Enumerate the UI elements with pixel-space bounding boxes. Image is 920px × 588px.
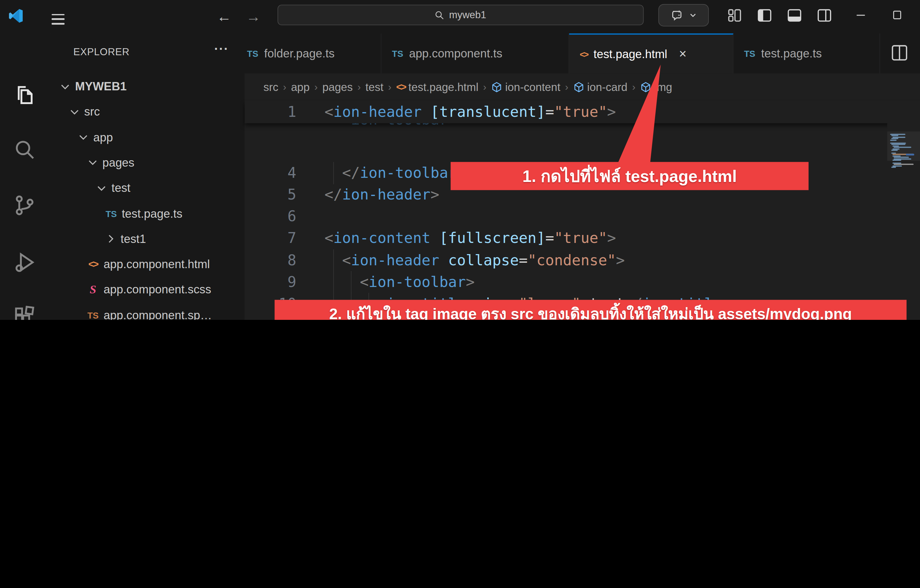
search-value: myweb1 xyxy=(449,9,486,21)
breadcrumb-separator: › xyxy=(388,81,391,93)
breadcrumb: src›app›pages›test›<>test.page.html›ion-… xyxy=(263,73,672,101)
tree-item-test1[interactable]: test1 xyxy=(50,226,245,251)
typescript-file-icon: TS xyxy=(247,49,258,58)
minimap-line xyxy=(892,148,900,149)
breadcrumb-src[interactable]: src xyxy=(263,81,279,94)
explorer-header: EXPLORER xyxy=(73,46,130,58)
chevron-down-icon xyxy=(689,11,697,19)
breadcrumb-separator: › xyxy=(283,81,286,93)
web-component-icon xyxy=(573,81,584,92)
copilot-button[interactable] xyxy=(658,4,709,26)
partially-scrolled-line: <ion-toolbar> xyxy=(245,123,920,131)
tab-folder-page-ts[interactable]: TSfolder.page.ts xyxy=(245,34,381,73)
close-icon[interactable]: × xyxy=(679,46,687,62)
minimap-line xyxy=(892,165,902,167)
minimap-line xyxy=(891,167,896,168)
minimap[interactable] xyxy=(887,101,920,320)
breadcrumb-ion-content[interactable]: ion-content xyxy=(491,81,560,94)
tree-item-test[interactable]: test xyxy=(50,176,245,201)
tab-app-component-ts[interactable]: TSapp.component.ts xyxy=(381,34,569,73)
code-editor[interactable]: 4 </ion-toolbar>5</ion-header>67<ion-con… xyxy=(245,101,920,320)
tree-item-myweb1[interactable]: MYWEB1 xyxy=(50,74,245,99)
toggle-secondary-sidebar-icon[interactable] xyxy=(816,7,833,23)
nav-forward-button[interactable]: → xyxy=(243,6,264,27)
web-component-icon xyxy=(640,81,651,92)
nav-back-button[interactable]: ← xyxy=(214,6,235,27)
sticky-scroll-line: 1<ion-header [translucent]="true"> xyxy=(245,101,920,123)
typescript-file-icon: TS xyxy=(744,49,755,58)
typescript-file-icon: TS xyxy=(392,49,403,58)
minimap-line xyxy=(894,158,911,160)
tree-item-pages[interactable]: pages xyxy=(50,150,245,175)
minimap-line xyxy=(892,145,899,146)
command-center-search[interactable]: myweb1 xyxy=(277,5,643,25)
activity-bar xyxy=(0,34,50,320)
explorer-sidebar: EXPLORER ··· MYWEB1srcapppagestestTStest… xyxy=(50,34,245,320)
vscode-window: ← → myweb1 xyxy=(0,0,920,320)
breadcrumb-pages[interactable]: pages xyxy=(322,81,353,94)
menu-icon[interactable] xyxy=(52,11,65,22)
tree-item-test-page-ts[interactable]: TStest.page.ts xyxy=(50,201,245,226)
chevron-right-icon xyxy=(104,232,117,245)
minimap-line xyxy=(892,137,905,138)
minimap-line xyxy=(892,160,902,161)
html-file-icon: <> xyxy=(580,49,588,59)
annotation-step2: 2. แก้ไขใน tag image ตรง src ของเดิมลบทิ… xyxy=(275,300,907,320)
breadcrumb-app[interactable]: app xyxy=(291,81,309,94)
minimize-icon[interactable] xyxy=(852,7,870,23)
customize-layout-icon[interactable] xyxy=(726,7,743,23)
breadcrumb-separator: › xyxy=(632,81,635,93)
code-line-8[interactable]: 8 <ion-header collapse="condense"> xyxy=(245,249,920,272)
breadcrumb-separator: › xyxy=(314,81,317,93)
tree-item-app-component-sp-[interactable]: TSapp.component.sp… xyxy=(50,303,245,320)
activity-extensions-icon[interactable] xyxy=(12,304,38,320)
minimap-line xyxy=(894,164,913,165)
tree-item-app[interactable]: app xyxy=(50,125,245,150)
chevron-down-icon xyxy=(77,131,90,144)
toggle-panel-icon[interactable] xyxy=(786,7,803,23)
html-file-icon: <> xyxy=(396,81,405,93)
vscode-logo xyxy=(8,8,24,24)
breadcrumb-separator: › xyxy=(565,81,568,93)
tab-test-page-ts[interactable]: TStest.page.ts xyxy=(734,34,880,73)
typescript-spec-file-icon: TS xyxy=(86,309,100,320)
minimap-line xyxy=(892,162,902,164)
tree-item-app-component-html[interactable]: <>app.component.html xyxy=(50,252,245,277)
code-line-6[interactable]: 6 xyxy=(245,206,920,228)
search-icon xyxy=(435,10,444,19)
tab-bar: TSfolder.page.tsTSapp.component.ts<>test… xyxy=(245,34,920,73)
chevron-down-icon xyxy=(86,156,99,169)
minimap-line xyxy=(891,150,898,151)
web-component-icon xyxy=(491,81,502,92)
chevron-down-icon xyxy=(68,105,81,118)
chevron-down-icon xyxy=(59,80,71,93)
tab-test-page-html[interactable]: <>test.page.html× xyxy=(569,34,734,73)
breadcrumb-test[interactable]: test xyxy=(366,81,383,94)
minimap-line xyxy=(894,157,909,158)
html-file-icon: <> xyxy=(86,258,100,271)
split-editor-icon[interactable] xyxy=(889,42,910,64)
tree-item-app-component-scss[interactable]: Sapp.component.scss xyxy=(50,277,245,302)
minimap-line xyxy=(890,134,905,135)
breadcrumb-ion-card[interactable]: ion-card xyxy=(573,81,627,94)
maximize-icon[interactable] xyxy=(888,7,906,23)
minimap-selection-mark xyxy=(906,154,914,156)
tree-item-src[interactable]: src xyxy=(50,99,245,125)
activity-explorer-icon[interactable] xyxy=(12,82,38,108)
copilot-chat-icon xyxy=(670,8,684,22)
breadcrumb-separator: › xyxy=(483,81,486,93)
breadcrumb-test-page-html[interactable]: <>test.page.html xyxy=(396,81,478,94)
minimap-line xyxy=(890,143,906,144)
minimap-line xyxy=(891,144,905,145)
toggle-primary-sidebar-icon[interactable] xyxy=(756,7,773,23)
more-actions-icon[interactable]: ··· xyxy=(214,42,229,57)
code-line-7[interactable]: 7<ion-content [fullscreen]="true"> xyxy=(245,227,920,249)
code-line-9[interactable]: 9 <ion-toolbar> xyxy=(245,271,920,293)
activity-source-control-icon[interactable] xyxy=(12,193,38,218)
breadcrumb-img[interactable]: img xyxy=(640,81,672,94)
activity-run-debug-icon[interactable] xyxy=(12,249,38,275)
minimap-line xyxy=(894,147,911,148)
chevron-down-icon xyxy=(95,181,108,194)
code-line-1[interactable]: 1<ion-header [translucent]="true"> xyxy=(245,101,920,123)
activity-search-icon[interactable] xyxy=(12,137,38,162)
